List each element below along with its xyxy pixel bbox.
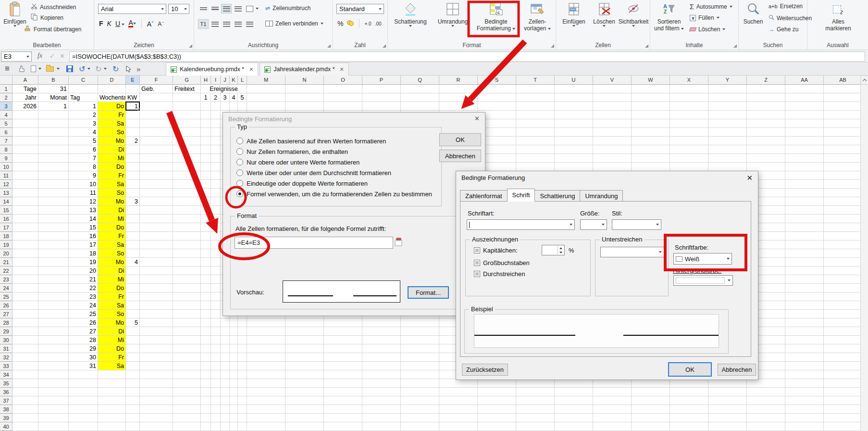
cell-V38[interactable] xyxy=(593,405,632,414)
cell-A38[interactable] xyxy=(12,405,38,414)
cell-N2[interactable] xyxy=(285,93,324,102)
cell-C37[interactable] xyxy=(69,396,98,405)
cell-H7[interactable] xyxy=(201,137,211,145)
row-header-29[interactable]: 29 xyxy=(0,327,12,336)
cell-U3[interactable] xyxy=(555,102,593,111)
cell-I14[interactable] xyxy=(211,197,221,206)
cell-W8[interactable] xyxy=(632,145,670,154)
cell-B5[interactable] xyxy=(38,119,69,128)
column-header-AA[interactable]: AA xyxy=(785,76,824,85)
cell-I21[interactable] xyxy=(211,258,221,266)
row-header-18[interactable]: 18 xyxy=(0,232,12,241)
column-header-V[interactable]: V xyxy=(593,76,632,85)
cell-A7[interactable] xyxy=(12,137,38,145)
cell-C14[interactable]: 12 xyxy=(69,197,98,206)
cell-H19[interactable] xyxy=(201,241,211,249)
cell-H17[interactable] xyxy=(201,223,211,232)
cell-E34[interactable] xyxy=(126,370,140,379)
cell-H23[interactable] xyxy=(201,275,211,284)
cell-I19[interactable] xyxy=(211,241,221,249)
cell-AA9[interactable] xyxy=(785,154,824,163)
cell-E19[interactable] xyxy=(126,241,140,249)
cell-AA20[interactable] xyxy=(785,249,824,258)
column-header-U[interactable]: U xyxy=(555,76,593,85)
column-header-Z[interactable]: Z xyxy=(747,76,785,85)
cell-J30[interactable] xyxy=(221,336,230,344)
cell-B12[interactable] xyxy=(38,180,69,189)
cell-E27[interactable] xyxy=(126,310,140,318)
cell-C17[interactable]: 15 xyxy=(69,223,98,232)
redo-icon[interactable]: ↻ xyxy=(95,64,101,73)
cell-E40[interactable] xyxy=(126,422,140,431)
cell-J36[interactable] xyxy=(221,388,230,396)
cell-A8[interactable] xyxy=(12,145,38,154)
cell-E30[interactable] xyxy=(126,336,140,344)
cell-D23[interactable]: Mi xyxy=(98,275,126,284)
cell-S36[interactable] xyxy=(478,388,516,396)
close-icon[interactable]: ✕ xyxy=(474,115,480,122)
cell-B23[interactable] xyxy=(38,275,69,284)
cell-H22[interactable] xyxy=(201,266,211,275)
cell-H34[interactable] xyxy=(201,370,211,379)
row-header-15[interactable]: 15 xyxy=(0,206,12,215)
cell-D29[interactable]: Di xyxy=(98,327,126,336)
cell-G27[interactable] xyxy=(173,310,201,318)
cell-L32[interactable] xyxy=(238,353,247,362)
cell-AB6[interactable] xyxy=(824,128,862,137)
cell-F20[interactable] xyxy=(140,249,173,258)
row-header-39[interactable]: 39 xyxy=(0,414,12,422)
cell-AA35[interactable] xyxy=(785,379,824,388)
number-format-combobox[interactable]: Standard xyxy=(336,4,384,14)
cell-AA23[interactable] xyxy=(785,275,824,284)
smallcaps-checkbox[interactable]: Kapitälchen: xyxy=(474,247,518,254)
cell-R40[interactable] xyxy=(439,422,478,431)
cell-Y7[interactable] xyxy=(708,137,747,145)
cell-H6[interactable] xyxy=(201,128,211,137)
cell-Y10[interactable] xyxy=(708,163,747,171)
column-header-A[interactable]: A xyxy=(12,76,38,85)
cell-I7[interactable] xyxy=(211,137,221,145)
cell-B40[interactable] xyxy=(38,422,69,431)
cell-H31[interactable] xyxy=(201,344,211,353)
autosum-button[interactable]: Σ Autosumme xyxy=(690,3,732,11)
chevron-down-icon[interactable] xyxy=(104,64,107,73)
cell-AA7[interactable] xyxy=(785,137,824,145)
cell-B37[interactable] xyxy=(38,396,69,405)
cell-C7[interactable]: 5 xyxy=(69,137,98,145)
cell-T8[interactable] xyxy=(516,145,555,154)
cell-V3[interactable] xyxy=(593,102,632,111)
cell-C29[interactable]: 27 xyxy=(69,327,98,336)
cell-U35[interactable] xyxy=(555,379,593,388)
column-header-K[interactable]: K xyxy=(230,76,238,85)
cell-E15[interactable] xyxy=(126,206,140,215)
cancel-icon[interactable]: ✕ xyxy=(60,52,65,60)
goto-button[interactable]: → Gehe zu xyxy=(769,26,798,33)
cell-H36[interactable] xyxy=(201,388,211,396)
cell-AA3[interactable] xyxy=(785,102,824,111)
cell-AA30[interactable] xyxy=(785,336,824,344)
cell-B7[interactable] xyxy=(38,137,69,145)
cell-N39[interactable] xyxy=(285,414,324,422)
cell-AB38[interactable] xyxy=(824,405,862,414)
row-header-12[interactable]: 12 xyxy=(0,180,12,189)
cell-I6[interactable] xyxy=(211,128,221,137)
cell-W35[interactable] xyxy=(632,379,670,388)
cell-N32[interactable] xyxy=(285,353,324,362)
cell-E16[interactable] xyxy=(126,215,140,223)
cell-J31[interactable] xyxy=(221,344,230,353)
dialog-tab-zahlenformat[interactable]: Zahlenformat xyxy=(460,190,508,202)
cell-AB7[interactable] xyxy=(824,137,862,145)
cell-AB15[interactable] xyxy=(824,206,862,215)
cell-L33[interactable] xyxy=(238,362,247,370)
cell-AB4[interactable] xyxy=(824,111,862,119)
remove-decimal-icon[interactable]: .00 xyxy=(375,21,382,26)
cell-Y36[interactable] xyxy=(708,388,747,396)
cell-Z36[interactable] xyxy=(747,388,785,396)
cell-D18[interactable]: Fr xyxy=(98,232,126,241)
cell-W6[interactable] xyxy=(632,128,670,137)
cell-R39[interactable] xyxy=(439,414,478,422)
cell-AB39[interactable] xyxy=(824,414,862,422)
cell-P39[interactable] xyxy=(362,414,401,422)
dialog-tab-umrandung[interactable]: Umrandung xyxy=(580,190,623,202)
cell-U36[interactable] xyxy=(555,388,593,396)
